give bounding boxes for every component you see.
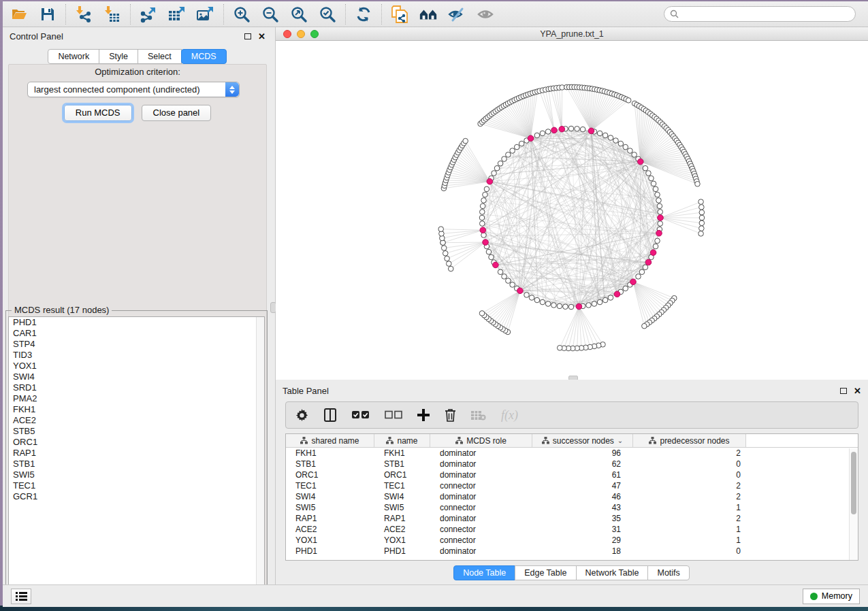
close-panel-icon[interactable]: ✕ bbox=[258, 31, 266, 42]
network-node[interactable] bbox=[524, 293, 530, 298]
cell-predecessor-nodes[interactable]: 0 bbox=[633, 470, 746, 480]
cell-predecessor-nodes[interactable]: 2 bbox=[633, 448, 746, 458]
network-node[interactable] bbox=[545, 301, 551, 307]
cell-name[interactable]: YOX1 bbox=[374, 535, 430, 545]
cell-MCDS-role[interactable]: dominator bbox=[430, 470, 532, 480]
network-node[interactable] bbox=[498, 161, 503, 166]
cell-successor-nodes[interactable]: 46 bbox=[532, 492, 633, 501]
network-node[interactable] bbox=[506, 278, 511, 284]
mcds-result-item[interactable]: FKH1 bbox=[9, 404, 264, 415]
mcds-node[interactable] bbox=[487, 178, 493, 184]
network-node[interactable] bbox=[575, 126, 580, 131]
network-node[interactable] bbox=[529, 295, 534, 301]
network-node[interactable] bbox=[655, 192, 660, 197]
mcds-result-item[interactable]: STB1 bbox=[9, 459, 264, 469]
network-node[interactable] bbox=[568, 126, 574, 131]
cell-name[interactable]: SWI5 bbox=[374, 503, 430, 512]
network-node[interactable] bbox=[646, 171, 652, 176]
zoom-fit-icon[interactable] bbox=[289, 5, 308, 24]
table-row[interactable]: SWI5SWI5connector431 bbox=[286, 502, 858, 513]
export-image-icon[interactable] bbox=[196, 5, 215, 24]
cell-shared-name[interactable]: FKH1 bbox=[286, 448, 374, 458]
table-settings-icon[interactable] bbox=[295, 409, 308, 422]
network-node[interactable] bbox=[568, 304, 574, 310]
optimization-criterion-select[interactable]: largest connected component (undirected) bbox=[27, 82, 240, 97]
cell-successor-nodes[interactable]: 47 bbox=[532, 481, 633, 491]
network-node[interactable] bbox=[651, 181, 656, 186]
tab-node-table[interactable]: Node Table bbox=[453, 565, 515, 580]
cell-predecessor-nodes[interactable]: 1 bbox=[633, 503, 746, 512]
cell-successor-nodes[interactable]: 31 bbox=[532, 525, 633, 534]
table-row[interactable]: FKH1FKH1dominator962 bbox=[286, 448, 858, 459]
cell-MCDS-role[interactable]: dominator bbox=[430, 448, 532, 458]
cell-name[interactable]: ACE2 bbox=[374, 525, 430, 534]
network-node[interactable] bbox=[642, 323, 647, 329]
cell-shared-name[interactable]: PHD1 bbox=[286, 546, 374, 556]
column-header-predecessor-nodes[interactable]: predecessor nodes bbox=[633, 434, 746, 447]
cell-name[interactable]: TEC1 bbox=[374, 481, 430, 491]
network-node[interactable] bbox=[502, 156, 507, 162]
mcds-result-item[interactable]: YOX1 bbox=[9, 361, 264, 371]
network-window-titlebar[interactable]: YPA_prune.txt_1 bbox=[276, 27, 868, 41]
cell-MCDS-role[interactable]: connector bbox=[430, 525, 532, 534]
cell-shared-name[interactable]: ACE2 bbox=[286, 525, 374, 534]
network-node[interactable] bbox=[448, 266, 453, 271]
cell-successor-nodes[interactable]: 61 bbox=[532, 470, 633, 480]
select-all-icon[interactable] bbox=[352, 410, 370, 420]
network-node[interactable] bbox=[446, 261, 451, 267]
cell-name[interactable]: RAP1 bbox=[374, 514, 430, 523]
network-node[interactable] bbox=[506, 152, 511, 158]
tab-motifs[interactable]: Motifs bbox=[647, 565, 689, 580]
mcds-node[interactable] bbox=[517, 288, 524, 294]
table-scrollbar[interactable] bbox=[849, 448, 858, 560]
network-node[interactable] bbox=[597, 131, 602, 136]
cell-MCDS-role[interactable]: dominator bbox=[430, 514, 532, 523]
copy-style-icon[interactable] bbox=[390, 5, 409, 24]
mcds-node[interactable] bbox=[650, 250, 656, 256]
column-header-name[interactable]: name bbox=[374, 434, 430, 447]
network-node[interactable] bbox=[481, 198, 487, 203]
network-node[interactable] bbox=[636, 274, 641, 280]
mcds-node[interactable] bbox=[480, 227, 486, 233]
network-node[interactable] bbox=[484, 186, 489, 192]
network-node[interactable] bbox=[534, 133, 540, 138]
cell-name[interactable]: SWI4 bbox=[374, 492, 430, 501]
import-table-icon[interactable] bbox=[103, 5, 122, 24]
cell-predecessor-nodes[interactable]: 1 bbox=[633, 525, 746, 534]
mcds-node[interactable] bbox=[614, 291, 620, 297]
refresh-view-icon[interactable] bbox=[354, 5, 373, 24]
network-node[interactable] bbox=[510, 148, 515, 154]
delete-column-icon[interactable] bbox=[445, 408, 456, 422]
hide-selected-icon[interactable] bbox=[447, 5, 466, 24]
tab-mcds[interactable]: MCDS bbox=[181, 49, 227, 64]
network-node[interactable] bbox=[698, 199, 704, 205]
cell-MCDS-role[interactable]: dominator bbox=[430, 459, 532, 469]
status-list-button[interactable] bbox=[11, 589, 31, 604]
network-canvas[interactable] bbox=[276, 41, 868, 382]
network-node[interactable] bbox=[655, 238, 660, 244]
mcds-node[interactable] bbox=[638, 159, 644, 165]
close-table-panel-icon[interactable]: ✕ bbox=[854, 386, 861, 396]
network-node[interactable] bbox=[445, 256, 450, 261]
tab-network-table[interactable]: Network Table bbox=[576, 565, 649, 580]
first-neighbors-icon[interactable] bbox=[419, 5, 438, 24]
mcds-result-list[interactable]: PHD1CAR1STP4TID3YOX1SWI4SRD1PMA2FKH1ACE2… bbox=[8, 316, 265, 600]
network-node[interactable] bbox=[643, 165, 648, 171]
network-node[interactable] bbox=[658, 210, 663, 215]
mcds-node[interactable] bbox=[483, 240, 489, 246]
mcds-result-item[interactable]: PHD1 bbox=[9, 317, 264, 328]
network-node[interactable] bbox=[519, 141, 524, 146]
network-node[interactable] bbox=[658, 221, 663, 227]
tab-select[interactable]: Select bbox=[138, 49, 182, 64]
network-node[interactable] bbox=[483, 192, 488, 197]
network-node[interactable] bbox=[699, 220, 705, 226]
network-node[interactable] bbox=[557, 303, 562, 309]
cell-successor-nodes[interactable]: 18 bbox=[532, 546, 633, 556]
mcds-result-item[interactable]: SRD1 bbox=[9, 382, 264, 393]
close-panel-button[interactable]: Close panel bbox=[142, 105, 212, 121]
network-node[interactable] bbox=[443, 250, 448, 256]
network-graph[interactable] bbox=[276, 41, 868, 380]
network-node[interactable] bbox=[623, 286, 628, 291]
network-node[interactable] bbox=[657, 203, 662, 209]
network-node[interactable] bbox=[479, 221, 485, 227]
